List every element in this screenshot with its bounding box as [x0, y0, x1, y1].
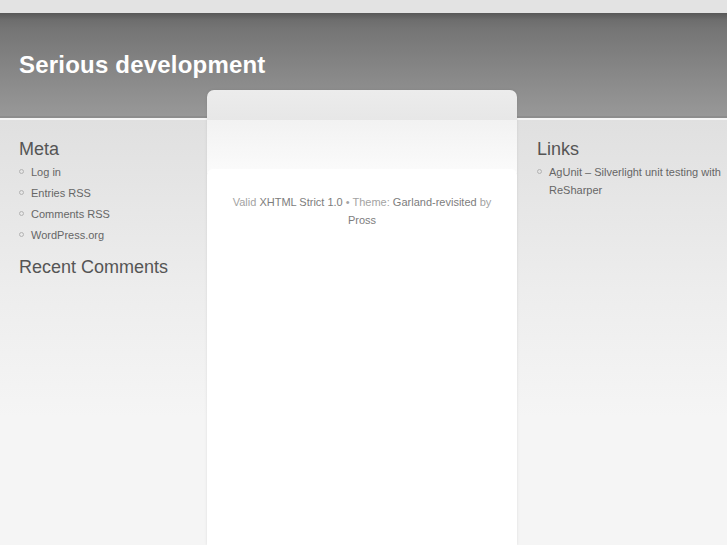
- meta-list: Log in Entries RSS Comments RSS WordPres…: [19, 163, 199, 244]
- page-top-strip: [0, 0, 727, 13]
- footer-text-valid: Valid: [233, 196, 260, 208]
- sidebar-item-label: Log in: [31, 166, 61, 178]
- footer-text-by: by: [477, 196, 492, 208]
- widget-meta: Meta Log in Entries RSS Comments RSS Wor…: [19, 140, 199, 244]
- widget-recent-comments: Recent Comments: [19, 258, 199, 276]
- widget-links: Links AgUnit – Silverlight unit testing …: [537, 140, 722, 199]
- content-column-fade: [207, 120, 517, 173]
- footer-link-xhtml[interactable]: XHTML Strict 1.0: [259, 196, 342, 208]
- sidebar-item-comments-rss[interactable]: Comments RSS: [19, 205, 199, 223]
- content-area: Valid XHTML Strict 1.0 • Theme: Garland-…: [207, 169, 517, 545]
- footer-link-pross[interactable]: Pross: [348, 214, 376, 226]
- sidebar-item-label: WordPress.org: [31, 229, 104, 241]
- widget-title-links: Links: [537, 140, 722, 158]
- hollow-circle-bullet-icon: [19, 190, 24, 195]
- sidebar-right: Links AgUnit – Silverlight unit testing …: [537, 140, 722, 213]
- site-title-link[interactable]: Serious development: [19, 51, 266, 79]
- sidebar-item-entries-rss[interactable]: Entries RSS: [19, 184, 199, 202]
- sidebar-item-wordpress-org[interactable]: WordPress.org: [19, 226, 199, 244]
- hollow-circle-bullet-icon: [537, 169, 542, 174]
- content-column: Valid XHTML Strict 1.0 • Theme: Garland-…: [207, 90, 517, 545]
- sidebar-item-label: Entries RSS: [31, 187, 91, 199]
- sidebar-item-log-in[interactable]: Log in: [19, 163, 199, 181]
- links-list: AgUnit – Silverlight unit testing with R…: [537, 163, 722, 199]
- content-column-top-band: [207, 90, 517, 120]
- sidebar-left: Meta Log in Entries RSS Comments RSS Wor…: [19, 140, 199, 276]
- hollow-circle-bullet-icon: [19, 211, 24, 216]
- hollow-circle-bullet-icon: [19, 169, 24, 174]
- sidebar-item-agunit[interactable]: AgUnit – Silverlight unit testing with R…: [537, 163, 722, 199]
- widget-title-recent-comments: Recent Comments: [19, 258, 199, 276]
- widget-title-meta: Meta: [19, 140, 199, 158]
- sidebar-item-label: AgUnit – Silverlight unit testing with R…: [549, 166, 721, 196]
- footer-link-garland-theme[interactable]: Garland-revisited: [393, 196, 477, 208]
- hollow-circle-bullet-icon: [19, 232, 24, 237]
- footer-text-theme: • Theme:: [343, 196, 393, 208]
- sidebar-item-label: Comments RSS: [31, 208, 110, 220]
- footer-credits: Valid XHTML Strict 1.0 • Theme: Garland-…: [226, 193, 498, 229]
